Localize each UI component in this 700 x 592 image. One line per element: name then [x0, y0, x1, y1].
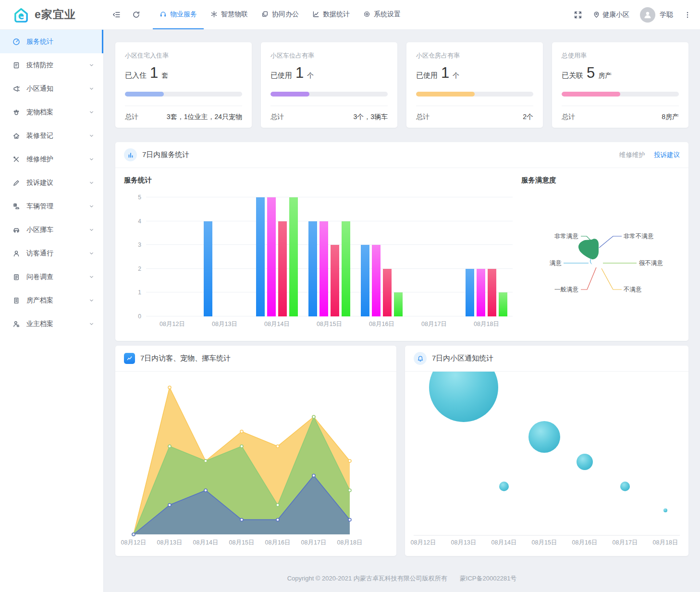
x-tick-label: 08月18日 — [653, 539, 678, 546]
chevron-down-icon — [88, 274, 95, 280]
sidebar-item-pets[interactable]: 宠物档案 — [0, 100, 103, 124]
x-tick-label: 08月12日 — [146, 320, 198, 328]
sidebar-item-label: 投诉建议 — [26, 179, 82, 187]
nav-item-settings[interactable]: 系统设置 — [356, 0, 407, 29]
parking-icon — [12, 203, 20, 210]
main-content: 小区住宅入住率已入住1套总计3套，1位业主，24只宠物小区车位占有率已使用1个总… — [104, 30, 700, 592]
logo-house-icon — [12, 7, 30, 23]
nav-item-label: 系统设置 — [374, 10, 401, 19]
more-menu-icon[interactable] — [684, 11, 691, 19]
panel-link-1[interactable]: 投诉建议 — [654, 151, 680, 159]
chevron-down-icon — [88, 109, 95, 115]
avatar — [640, 7, 655, 23]
sidebar-item-epidemic[interactable]: 疫情防控 — [0, 53, 103, 77]
chevron-down-icon — [88, 250, 95, 256]
x-tick-label: 08月13日 — [451, 539, 477, 546]
pie-label-extremely-unsatisfied: 非常不满意 — [624, 233, 654, 240]
x-tick-label: 08月14日 — [491, 539, 517, 546]
sidebar-item-complaints[interactable]: 投诉建议 — [0, 171, 103, 194]
bubble-08月15日 — [528, 421, 560, 453]
fullscreen-icon[interactable] — [574, 11, 582, 19]
sidebar-item-label: 宠物档案 — [26, 108, 82, 117]
app-root: e家宜业 物业服务智慧物联协同办公数据统计系统设置 健康小区 — [0, 0, 700, 592]
bar-series-3 — [488, 269, 496, 316]
pie-label-very-unsatisfied: 很不满意 — [639, 260, 663, 266]
refresh-icon[interactable] — [132, 11, 140, 19]
stat-card-1: 小区车位占有率已使用1个总计3个，3辆车 — [261, 42, 397, 128]
sidebar-item-service-stats[interactable]: 服务统计 — [0, 30, 103, 53]
card-total: 总计2个 — [416, 113, 533, 121]
bubble-08月14日 — [499, 482, 509, 491]
panel-link-0[interactable]: 维修维护 — [619, 151, 645, 159]
x-tick-label: 08月12日 — [411, 539, 436, 546]
card-progress-bar — [270, 92, 388, 97]
sidebar-item-label: 服务统计 — [26, 37, 93, 46]
pie-slice-very-satisfied — [578, 239, 599, 259]
sidebar-item-move-car[interactable]: 小区挪车 — [0, 218, 103, 242]
nav-item-stats[interactable]: 数据统计 — [306, 0, 356, 29]
sidebar-item-survey[interactable]: 问卷调查 — [0, 265, 103, 289]
bar-series-1 — [256, 197, 265, 316]
bottom-panels: 7日内访客、宠物、挪车统计 08月12日08月13日08月14日08月15日08… — [115, 346, 688, 556]
chevron-down-icon — [88, 62, 95, 68]
x-tick-label: 08月13日 — [157, 539, 183, 546]
collapse-sidebar-icon[interactable] — [112, 11, 121, 19]
gear-icon — [363, 11, 370, 18]
sidebar-item-maintenance[interactable]: 维修维护 — [0, 147, 103, 171]
card-total: 总计3个，3辆车 — [270, 113, 388, 121]
nav-item-iot[interactable]: 智慧物联 — [204, 0, 255, 29]
bar-series-4 — [342, 221, 350, 316]
bar-series-1 — [204, 221, 212, 316]
visitor-icon — [12, 250, 20, 257]
chevron-down-icon — [88, 85, 95, 92]
sidebar-item-visitors[interactable]: 访客通行 — [0, 242, 103, 265]
office-icon — [261, 11, 269, 18]
x-tick-label: 08月13日 — [198, 320, 251, 328]
bar-series-2 — [267, 197, 276, 316]
chevron-down-icon — [88, 227, 95, 233]
satisfaction-title: 服务满意度 — [521, 176, 680, 185]
headset-icon — [160, 11, 167, 18]
x-tick-label: 08月14日 — [251, 320, 303, 328]
sidebar-item-label: 装修登记 — [26, 132, 82, 140]
x-tick-label: 08月15日 — [303, 320, 356, 328]
bubble-08月13日 — [429, 372, 498, 422]
layout: 服务统计疫情防控小区通知宠物档案装修登记维修维护投诉建议车辆管理小区挪车访客通行… — [0, 30, 700, 592]
user-menu[interactable]: 学聪 — [640, 7, 673, 23]
bar-group-08月17日 — [408, 197, 460, 316]
home-icon — [12, 132, 20, 140]
x-tick-label: 08月17日 — [408, 320, 460, 328]
bar-series-2 — [477, 269, 485, 316]
sidebar-item-renovation[interactable]: 装修登记 — [0, 124, 103, 147]
bar-chart-icon — [124, 148, 137, 161]
line-chart-icon — [124, 353, 135, 364]
card-value: 已使用1个 — [270, 64, 388, 82]
bubble-08月16日 — [577, 454, 593, 470]
sidebar-item-owner-files[interactable]: 业主档案 — [0, 312, 103, 336]
panel-title: 7日内小区通知统计 — [432, 354, 493, 363]
sidebar-item-estate-files[interactable]: 房产档案 — [0, 289, 103, 312]
paw-icon — [12, 109, 20, 116]
chevron-down-icon — [88, 156, 95, 162]
gauge-icon — [12, 38, 20, 46]
building-icon — [12, 297, 20, 304]
nav-item-property[interactable]: 物业服务 — [153, 0, 204, 29]
visitor-pet-car-panel: 7日内访客、宠物、挪车统计 08月12日08月13日08月14日08月15日08… — [115, 346, 396, 556]
x-tick-label: 08月15日 — [532, 539, 557, 546]
panel-title: 7日内访客、宠物、挪车统计 — [140, 354, 231, 363]
bar-group-08月14日 — [251, 197, 303, 316]
x-tick-label: 08月17日 — [613, 539, 638, 546]
sidebar-item-label: 业主档案 — [26, 320, 82, 328]
sidebar-item-vehicles[interactable]: 车辆管理 — [0, 194, 103, 218]
sidebar-item-notice[interactable]: 小区通知 — [0, 77, 103, 100]
chevron-down-icon — [88, 133, 95, 139]
x-tick-label: 08月17日 — [301, 539, 327, 546]
card-value: 已关联5房产 — [562, 64, 679, 82]
area-chart: 08月12日08月13日08月14日08月15日08月16日08月17日08月1… — [115, 372, 396, 553]
stat-card-3: 总使用率已关联5房产总计8房产 — [552, 42, 688, 128]
stats-icon — [312, 11, 319, 18]
community-selector[interactable]: 健康小区 — [593, 11, 629, 19]
car-icon — [12, 226, 20, 234]
pie-label-satisfied: 满意 — [550, 260, 562, 266]
nav-item-office[interactable]: 协同办公 — [255, 0, 306, 29]
